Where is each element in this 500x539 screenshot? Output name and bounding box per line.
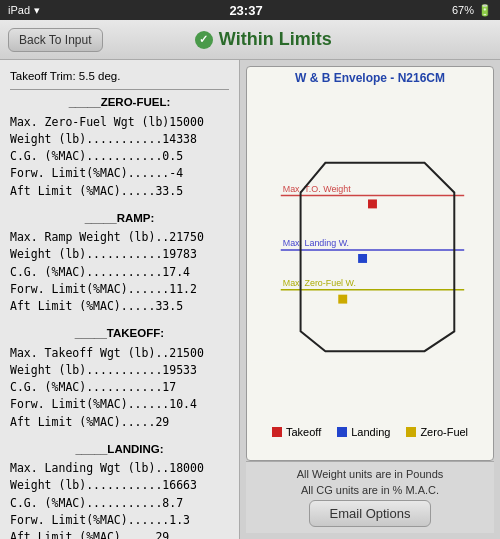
legend-zero-fuel: Zero-Fuel (406, 426, 468, 438)
status-check-icon: ✓ (195, 31, 213, 49)
section-zero-fuel-header: _____ZERO-FUEL: (10, 94, 229, 111)
to-row-5: Aft Limit (%MAC).....29 (10, 414, 229, 431)
bottom-info: All Weight units are in Pounds All CG un… (246, 461, 494, 533)
ramp-row-1: Max. Ramp Weight (lb)..21750 (10, 229, 229, 246)
status-bar: iPad ▾ 23:37 67% 🔋 (0, 0, 500, 20)
status-left: iPad ▾ (8, 4, 40, 17)
to-row-2: Weight (lb)...........19533 (10, 362, 229, 379)
page-title: Within Limits (219, 29, 332, 50)
to-row-4: Forw. Limit(%MAC)......10.4 (10, 396, 229, 413)
svg-rect-0 (251, 148, 489, 361)
land-row-3: C.G. (%MAC)...........8.7 (10, 495, 229, 512)
to-row-3: C.G. (%MAC)...........17 (10, 379, 229, 396)
time-label: 23:37 (229, 3, 262, 18)
legend-takeoff: Takeoff (272, 426, 321, 438)
ramp-row-5: Aft Limit (%MAC).....33.5 (10, 298, 229, 315)
header-bar: Back To Input ✓ Within Limits (0, 20, 500, 60)
zf-row-1: Max. Zero-Fuel Wgt (lb)15000 (10, 114, 229, 131)
email-options-button[interactable]: Email Options (309, 500, 432, 527)
section-ramp-header: _____RAMP: (10, 210, 229, 227)
land-row-5: Aft Limit (%MAC).....29 (10, 529, 229, 539)
back-button[interactable]: Back To Input (8, 28, 103, 52)
bottom-line1: All Weight units are in Pounds (252, 468, 488, 480)
left-panel: Takeoff Trim: 5.5 deg. _____ZERO-FUEL: M… (0, 60, 240, 539)
header-title-area: ✓ Within Limits (115, 29, 493, 50)
wifi-icon: ▾ (34, 4, 40, 17)
zero-fuel-weight-label: Max. Zero-Fuel W. (283, 278, 356, 288)
chart-title: W & B Envelope - N216CM (251, 71, 489, 85)
main-content: Takeoff Trim: 5.5 deg. _____ZERO-FUEL: M… (0, 60, 500, 539)
wb-chart-svg: Max. T.O. Weight Max. Landing W. Max. Ze… (251, 87, 489, 422)
ramp-row-3: C.G. (%MAC)...........17.4 (10, 264, 229, 281)
ramp-row-2: Weight (lb)...........19783 (10, 246, 229, 263)
chart-area: Max. T.O. Weight Max. Landing W. Max. Ze… (251, 87, 489, 422)
takeoff-point (368, 199, 377, 208)
zf-row-2: Weight (lb)...........14338 (10, 131, 229, 148)
land-row-4: Forw. Limit(%MAC)......1.3 (10, 512, 229, 529)
status-right: 67% 🔋 (452, 4, 492, 17)
divider-1 (10, 89, 229, 90)
battery-icon: 🔋 (478, 4, 492, 17)
svg-rect-5 (337, 427, 347, 437)
landing-legend-label: Landing (351, 426, 390, 438)
takeoff-legend-icon (272, 427, 282, 437)
right-panel: W & B Envelope - N216CM Max. T.O. Weight… (240, 60, 500, 539)
zf-row-5: Aft Limit (%MAC).....33.5 (10, 183, 229, 200)
landing-weight-label: Max. Landing W. (283, 238, 349, 248)
land-row-1: Max. Landing Wgt (lb)..18000 (10, 460, 229, 477)
legend-landing: Landing (337, 426, 390, 438)
zero-fuel-legend-label: Zero-Fuel (420, 426, 468, 438)
takeoff-trim: Takeoff Trim: 5.5 deg. (10, 68, 229, 85)
zf-row-4: Forw. Limit(%MAC)......-4 (10, 165, 229, 182)
land-row-2: Weight (lb)...........16663 (10, 477, 229, 494)
carrier-label: iPad (8, 4, 30, 16)
to-weight-label: Max. T.O. Weight (283, 184, 351, 194)
landing-legend-icon (337, 427, 347, 437)
bottom-line2: All CG units are in % M.A.C. (252, 484, 488, 496)
chart-legend: Takeoff Landing Zero-Fuel (251, 422, 489, 440)
section-takeoff-header: _____TAKEOFF: (10, 325, 229, 342)
svg-rect-6 (406, 427, 416, 437)
zero-fuel-point (338, 295, 347, 304)
ramp-row-4: Forw. Limit(%MAC)......11.2 (10, 281, 229, 298)
takeoff-legend-label: Takeoff (286, 426, 321, 438)
battery-label: 67% (452, 4, 474, 16)
zero-fuel-legend-icon (406, 427, 416, 437)
landing-point (358, 254, 367, 263)
zf-row-3: C.G. (%MAC)...........0.5 (10, 148, 229, 165)
section-landing-header: _____LANDING: (10, 441, 229, 458)
to-row-1: Max. Takeoff Wgt (lb)..21500 (10, 345, 229, 362)
svg-rect-4 (272, 427, 282, 437)
chart-container: W & B Envelope - N216CM Max. T.O. Weight… (246, 66, 494, 461)
